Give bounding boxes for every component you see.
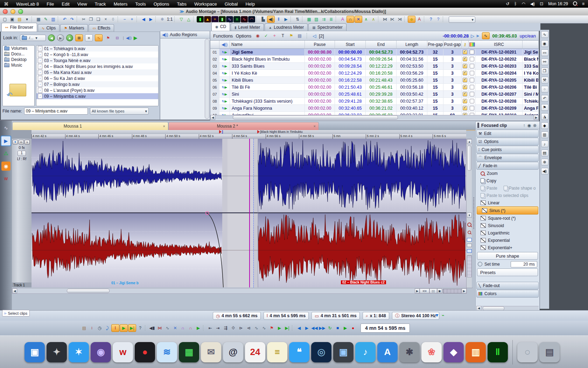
filter-funnel-icon[interactable]: ▼ (435, 313, 439, 318)
report-icon[interactable]: ▤ (296, 33, 303, 39)
fade-curve-item[interactable]: Square-root (*) (476, 214, 539, 222)
zoom-up-icon[interactable]: △ (185, 16, 192, 22)
dock-screen-recorder[interactable]: ● (135, 342, 155, 362)
file-type-dropdown[interactable]: All known file types▾ (90, 108, 149, 115)
menu-clock[interactable]: Mon 16:29 (548, 1, 568, 6)
timeline-ruler[interactable]: 4 mn 42 s4 mn 44 s4 mn 46 s4 mn 48 s4 mn… (31, 134, 466, 139)
place-item[interactable]: Docu... (3, 51, 34, 57)
stop-icon[interactable]: ■ (334, 325, 341, 332)
tools-icon[interactable]: ⚒ (541, 77, 548, 83)
scroll-left-arrow[interactable]: ◀ (12, 288, 17, 293)
cd-strip-icon[interactable]: ◉ (541, 40, 548, 47)
menu-item[interactable]: Edit (58, 0, 73, 8)
loop-sel-icon[interactable]: ⇶ (222, 325, 229, 332)
mute-button[interactable]: m (19, 140, 24, 144)
scroll-left-arrow[interactable]: ◀ (210, 115, 215, 120)
zoom-factor[interactable]: ⌕x 1: 848 (363, 312, 389, 320)
menu-item[interactable]: Options (150, 0, 173, 8)
fade-curve-item[interactable]: Linear (476, 199, 539, 206)
tab-file-browser[interactable]: ⚯File Browser (1, 23, 37, 32)
marker-pair-icon[interactable]: ⚑ (288, 33, 295, 39)
remove-icon[interactable]: − (121, 16, 128, 22)
montage-hscrollbar[interactable]: ◀ ▶ ‖0‖ ▯▯ ▣ ▶ (12, 288, 467, 294)
crossfade-out-icon[interactable]: ⋊ (396, 16, 403, 22)
dock-app-store[interactable]: A (377, 342, 398, 362)
select-clips-chip[interactable]: ▹Select clips (2, 310, 30, 316)
section-cue-points[interactable]: ⁞Cue points (476, 146, 539, 154)
fade-a-icon[interactable]: ✕ (172, 325, 179, 332)
zoom-preset-2[interactable] (467, 244, 472, 247)
preview-skip-icon[interactable]: ⫸ (476, 33, 479, 39)
note-strip-icon[interactable]: ♪ (541, 141, 548, 147)
file-item[interactable]: ♪08 – L'assaut (Poye) b.wav (36, 87, 158, 93)
spectrum-icon[interactable]: ◠ (248, 16, 255, 22)
section-fade-out[interactable]: ╲Fade-out (476, 282, 539, 289)
wave-editor-icon[interactable]: ∿ (1, 123, 10, 132)
pure-shape-button[interactable]: Pure shape (477, 252, 538, 260)
batch-processor-icon[interactable]: ⁂ (1, 149, 10, 158)
lock-a-icon[interactable]: A (416, 16, 423, 22)
rename-icon[interactable]: ▭ (541, 49, 548, 56)
copy-protect-checkbox[interactable] (463, 106, 467, 110)
minimize-window-button[interactable] (10, 9, 15, 14)
dock-openoffice[interactable]: ≋ (157, 342, 177, 362)
col-cdtext[interactable] (523, 41, 539, 48)
tag-strip-icon[interactable]: ◆ (541, 122, 548, 129)
copy-protect-checkbox[interactable] (463, 85, 467, 89)
col-isrc[interactable]: ISRC (476, 41, 523, 48)
tab-clips[interactable]: ∿Clips (38, 24, 59, 32)
fade-paste-selected-item[interactable]: Paste to selected clips (476, 192, 539, 199)
close-tab-icon[interactable]: × (163, 124, 165, 128)
list-view-button[interactable]: ≡ (85, 34, 93, 41)
add-icon[interactable]: + (128, 16, 135, 22)
spectroscope-icon[interactable]: ▮ (219, 16, 226, 22)
cd-tab[interactable]: ▮Level Meter (231, 23, 264, 31)
emphasis-checkbox[interactable] (470, 64, 474, 68)
look-in-dropdown[interactable]: /...▾ (20, 35, 46, 41)
col-speaker-icon[interactable]: ◀)) (219, 41, 230, 48)
tab-effects[interactable]: ▭Effects (89, 24, 114, 32)
emphasis-checkbox[interactable] (470, 78, 474, 82)
nav-forward-icon[interactable]: ▶ (147, 16, 154, 22)
float-icon[interactable]: ◉ (526, 123, 532, 128)
crossfade-free-icon[interactable]: ⋈ (382, 16, 388, 22)
position-time[interactable]: ◷4 mn 55 s 662 ms (213, 312, 261, 320)
center-view-icon[interactable]: ⋈ (156, 325, 163, 332)
fade-x-icon[interactable]: ✕ (355, 16, 362, 23)
fade-curve-item[interactable]: Logarithmic (476, 229, 539, 237)
333 Saints Blues[interactable]: 03 ⇆▶ 333 Saints Blues 00:00:02.00 00:09… (210, 63, 539, 70)
file-item[interactable]: ♪06 – Su Ka Jan d.wav (36, 75, 158, 81)
split-icon[interactable]: ⟊ (88, 325, 96, 332)
play-tool-icon[interactable]: ▶ (282, 16, 289, 22)
up-button[interactable]: ▲ (66, 34, 73, 41)
play-green-icon[interactable]: ▶ (195, 325, 202, 332)
wave-b-icon[interactable]: ∿ (260, 325, 268, 332)
file-item[interactable]: ♪09 – Miniyamba c.wav (36, 93, 158, 99)
loop-icon[interactable]: ↻ (326, 325, 334, 332)
delete-icon[interactable]: × (102, 16, 109, 22)
spotlight-icon[interactable] (573, 1, 577, 7)
Black Night Blues in Timbuktu[interactable]: 02 ⇆▶ Black Night Blues in Timbuktu 00:0… (210, 56, 539, 63)
emphasis-checkbox[interactable] (470, 50, 474, 54)
align-left-icon[interactable]: ▦ (306, 16, 313, 22)
new-audio-file-icon[interactable]: ▣ (9, 16, 16, 22)
new-file-icon[interactable]: ▢ (1, 16, 8, 22)
preset-combo[interactable]: ▾ (449, 16, 475, 23)
audio-montage-icon[interactable]: ▶ (1, 136, 11, 146)
tag-icon[interactable]: ◆ (408, 16, 415, 23)
markers-strip-icon[interactable]: ⚑ (541, 104, 548, 111)
structure-icon[interactable]: ⊟ (114, 35, 121, 41)
regions-scrollbar[interactable] (205, 39, 209, 119)
waveform-view-button[interactable]: ∿ (95, 34, 103, 41)
copy-protect-checkbox[interactable] (463, 64, 467, 68)
forward-icon[interactable]: ▶▶ (318, 325, 326, 332)
cd-track-start-marker[interactable]: [Black Night Blues in Timbuktu (257, 130, 303, 134)
dock-contacts[interactable]: @ (223, 342, 243, 362)
file-item[interactable]: ♪02 – Kongô b -11,8.wav (36, 52, 158, 57)
col-postgap[interactable]: Post-gap (443, 41, 462, 48)
menu-item[interactable]: Track (91, 0, 110, 8)
I Yé Koko Kè[interactable]: 04 ⇆▶ I Yé Koko Kè 00:00:02.00 00:12:24.… (210, 70, 539, 77)
hscroll-thumb[interactable] (67, 289, 110, 293)
vscroll-thumb[interactable] (467, 145, 471, 171)
dock-safari[interactable]: ✶ (69, 342, 89, 362)
